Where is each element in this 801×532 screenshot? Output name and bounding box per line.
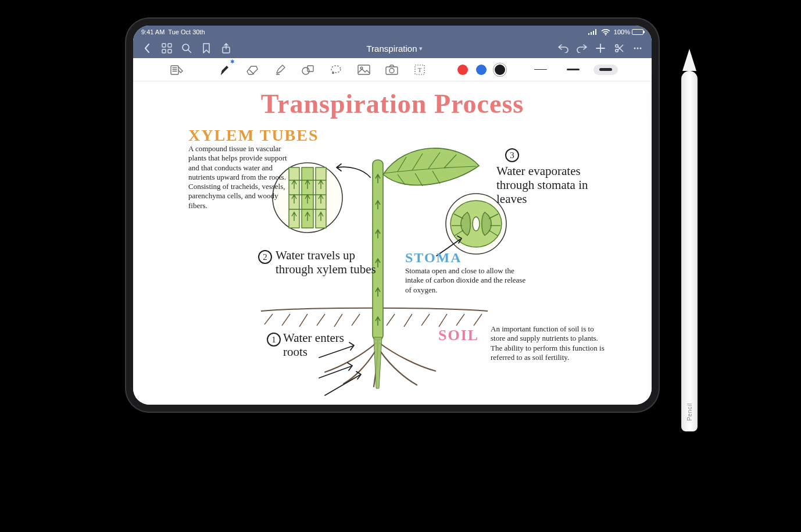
stoma-heading: STOMA	[405, 250, 462, 266]
thumbnails-button[interactable]	[158, 39, 176, 58]
lasso-tool[interactable]	[326, 60, 346, 80]
battery-indicator: 100%	[614, 28, 643, 35]
xylem-body: A compound tissue in vascular plants tha…	[188, 144, 299, 210]
svg-point-27	[302, 67, 309, 74]
svg-text:T: T	[418, 66, 422, 73]
svg-point-29	[331, 66, 341, 73]
cellular-signal-icon	[588, 29, 598, 35]
ipad-frame: 9:41 AM Tue Oct 30th 100%	[125, 17, 660, 413]
svg-line-10	[188, 50, 191, 53]
apple-pencil: Pencil	[681, 71, 698, 431]
svg-rect-2	[593, 31, 594, 35]
more-button[interactable]	[628, 39, 647, 58]
chevron-down-icon: ▾	[419, 45, 423, 52]
soil-body: An important function of soil is to stor…	[491, 324, 607, 362]
color-red[interactable]	[457, 65, 468, 75]
svg-rect-21	[171, 66, 178, 74]
svg-point-4	[605, 34, 606, 35]
svg-point-20	[640, 48, 642, 49]
svg-line-43	[387, 314, 395, 326]
step-3-badge: 3	[505, 148, 519, 162]
svg-rect-3	[595, 29, 596, 35]
app-navbar: Transpiration ▾	[133, 38, 652, 58]
shapes-tool[interactable]	[298, 60, 318, 80]
svg-line-42	[352, 314, 360, 326]
stroke-thick[interactable]	[593, 65, 618, 75]
xylem-heading: XYLEM TUBES	[188, 126, 319, 145]
undo-button[interactable]	[554, 39, 573, 58]
scissors-button[interactable]	[610, 39, 628, 58]
status-time: 9:41 AM	[141, 28, 165, 35]
svg-line-38	[282, 314, 290, 326]
stoma-body: Stomata open and close to allow the inta…	[405, 266, 527, 295]
color-black[interactable]	[495, 65, 505, 75]
svg-line-48	[474, 314, 482, 326]
svg-rect-6	[168, 44, 171, 47]
share-button[interactable]	[217, 39, 235, 58]
svg-point-32	[360, 67, 363, 69]
text-tool[interactable]: T	[410, 60, 430, 80]
svg-line-40	[317, 314, 325, 326]
step-1-text: Water enters roots	[283, 331, 359, 359]
battery-percent: 100%	[614, 28, 630, 35]
stroke-thin[interactable]	[528, 65, 553, 75]
wifi-icon	[601, 29, 610, 35]
svg-line-39	[299, 314, 307, 327]
svg-line-44	[404, 314, 412, 327]
eraser-tool[interactable]	[242, 60, 262, 80]
color-blue[interactable]	[476, 65, 487, 75]
svg-rect-1	[591, 32, 592, 35]
svg-line-41	[334, 314, 342, 327]
camera-tool[interactable]	[382, 60, 402, 80]
highlighter-tool[interactable]	[270, 60, 290, 80]
pen-tool[interactable]: ✱	[214, 60, 234, 80]
document-title-button[interactable]: Transpiration ▾	[237, 44, 553, 53]
svg-point-30	[332, 72, 334, 74]
svg-line-25	[249, 70, 254, 74]
step-2-badge: 2	[258, 250, 272, 264]
svg-rect-8	[168, 49, 171, 53]
svg-rect-7	[162, 49, 166, 53]
status-bar: 9:41 AM Tue Oct 30th 100%	[133, 26, 652, 38]
bookmark-button[interactable]	[197, 39, 216, 58]
document-title: Transpiration	[367, 44, 417, 53]
apple-pencil-label: Pencil	[686, 403, 693, 420]
svg-rect-31	[358, 65, 370, 74]
svg-point-9	[183, 44, 189, 51]
redo-button[interactable]	[573, 39, 591, 58]
back-button[interactable]	[138, 39, 156, 58]
svg-rect-5	[162, 44, 166, 47]
status-date: Tue Oct 30th	[168, 28, 205, 35]
drawing-toolbar: ✱	[133, 58, 652, 81]
step-1-badge: 1	[267, 333, 281, 347]
svg-point-18	[634, 48, 636, 49]
search-button[interactable]	[177, 39, 196, 58]
soil-heading: SOIL	[438, 327, 479, 344]
ipad-screen: 9:41 AM Tue Oct 30th 100%	[133, 26, 652, 405]
step-2-text: Water travels up through xylem tubes	[276, 248, 392, 276]
svg-rect-0	[588, 33, 589, 35]
stroke-medium[interactable]	[561, 65, 585, 75]
svg-line-37	[264, 314, 273, 324]
note-canvas[interactable]: Transpiration Process	[133, 81, 652, 405]
svg-point-34	[389, 68, 394, 73]
image-tool[interactable]	[354, 60, 374, 80]
svg-line-46	[439, 314, 447, 327]
svg-point-19	[637, 48, 639, 49]
svg-point-59	[473, 217, 480, 231]
add-button[interactable]	[591, 39, 610, 58]
svg-line-45	[421, 314, 430, 326]
svg-line-47	[456, 314, 464, 326]
step-3-text: Water evaporates through stomata in leav…	[496, 164, 595, 206]
read-mode-button[interactable]	[167, 60, 187, 80]
